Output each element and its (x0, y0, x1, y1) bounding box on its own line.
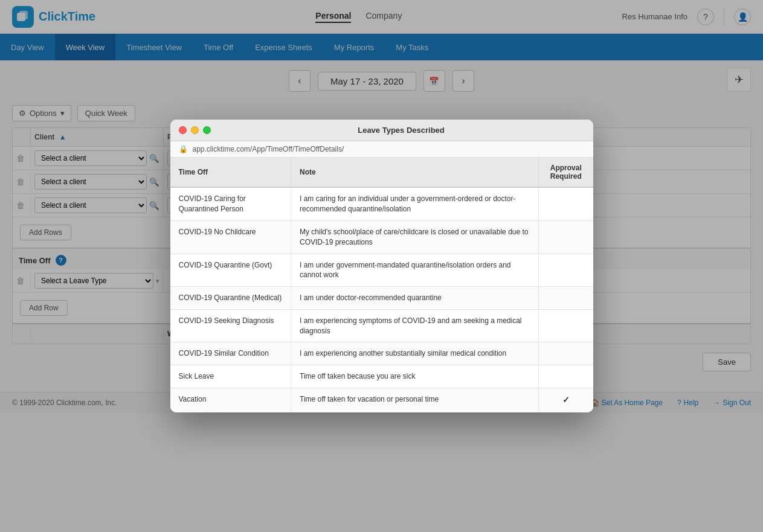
leave-type-cell: COVID-19 Seeking Diagnosis (170, 309, 291, 342)
leave-types-modal: Leave Types Described 🔒 app.clicktime.co… (170, 120, 593, 412)
leave-approval-cell (539, 254, 593, 287)
modal-table-header: Time Off Note Approval Required (170, 158, 593, 187)
leave-type-cell: COVID-19 Quarantine (Medical) (170, 287, 291, 310)
modal-table-row: Sick Leave Time off taken because you ar… (170, 365, 593, 388)
th-approval: Approval Required (539, 158, 593, 187)
modal-title: Leave Types Described (218, 126, 585, 135)
modal-titlebar: Leave Types Described (170, 120, 593, 141)
leave-type-cell: COVID-19 Caring for Quarantined Person (170, 187, 291, 220)
leave-type-cell: Sick Leave (170, 365, 291, 388)
modal-minimize-button[interactable] (191, 126, 199, 134)
modal-table-row: COVID-19 No Childcare My child's school/… (170, 220, 593, 254)
modal-content: Time Off Note Approval Required COVID-19… (170, 158, 593, 412)
leave-types-table: Time Off Note Approval Required COVID-19… (170, 158, 593, 412)
leave-note-cell: I am caring for an individual under a go… (291, 187, 539, 220)
leave-approval-cell (539, 287, 593, 310)
modal-url: app.clicktime.com/App/TimeOff/TimeOffDet… (193, 145, 344, 153)
leave-type-cell: COVID-19 Similar Condition (170, 342, 291, 365)
leave-type-cell: Vacation (170, 388, 291, 412)
leave-note-cell: Time off taken because you are sick (291, 365, 539, 388)
modal-table-row: Vacation Time off taken for vacation or … (170, 388, 593, 412)
modal-window-buttons (179, 126, 211, 134)
leave-note-cell: I am under doctor-recommended quarantine (291, 287, 539, 310)
leave-approval-cell (539, 365, 593, 388)
leave-approval-cell: ✓ (539, 388, 593, 412)
modal-table-row: COVID-19 Quarantine (Medical) I am under… (170, 287, 593, 310)
lock-icon: 🔒 (179, 145, 188, 153)
th-note: Note (291, 158, 539, 187)
modal-table-row: COVID-19 Quarantine (Govt) I am under go… (170, 254, 593, 287)
modal-table-row: COVID-19 Similar Condition I am experien… (170, 342, 593, 365)
modal-maximize-button[interactable] (203, 126, 211, 134)
modal-overlay: Leave Types Described 🔒 app.clicktime.co… (0, 0, 763, 413)
leave-type-cell: COVID-19 Quarantine (Govt) (170, 254, 291, 287)
leave-note-cell: I am experiencing another substantially … (291, 342, 539, 365)
modal-table-row: COVID-19 Seeking Diagnosis I am experien… (170, 309, 593, 342)
leave-approval-cell (539, 309, 593, 342)
th-time-off: Time Off (170, 158, 291, 187)
leave-note-cell: Time off taken for vacation or personal … (291, 388, 539, 412)
approval-check: ✓ (562, 395, 570, 405)
modal-urlbar: 🔒 app.clicktime.com/App/TimeOff/TimeOffD… (170, 141, 593, 158)
leave-approval-cell (539, 220, 593, 254)
leave-approval-cell (539, 342, 593, 365)
leave-approval-cell (539, 187, 593, 220)
leave-note-cell: I am experiencing symptoms of COVID-19 a… (291, 309, 539, 342)
leave-type-cell: COVID-19 No Childcare (170, 220, 291, 254)
leave-note-cell: My child's school/place of care/childcar… (291, 220, 539, 254)
modal-table-row: COVID-19 Caring for Quarantined Person I… (170, 187, 593, 220)
modal-close-button[interactable] (179, 126, 187, 134)
leave-note-cell: I am under government-mandated quarantin… (291, 254, 539, 287)
